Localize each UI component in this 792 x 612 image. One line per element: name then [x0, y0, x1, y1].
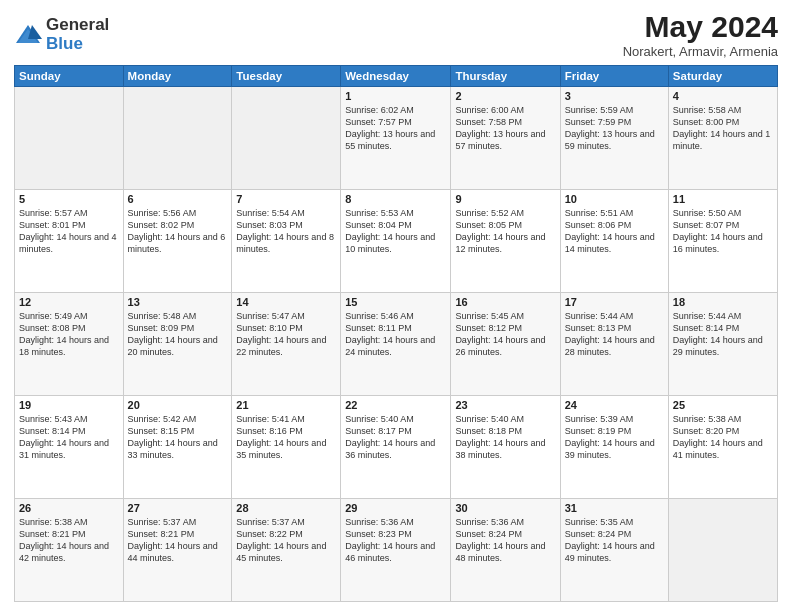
day-detail: Sunrise: 6:02 AM Sunset: 7:57 PM Dayligh… — [345, 104, 446, 153]
day-cell: 13Sunrise: 5:48 AM Sunset: 8:09 PM Dayli… — [123, 293, 232, 396]
page: General Blue May 2024 Norakert, Armavir,… — [0, 0, 792, 612]
day-detail: Sunrise: 5:51 AM Sunset: 8:06 PM Dayligh… — [565, 207, 664, 256]
day-number: 19 — [19, 399, 119, 411]
day-number: 6 — [128, 193, 228, 205]
day-detail: Sunrise: 5:44 AM Sunset: 8:14 PM Dayligh… — [673, 310, 773, 359]
col-saturday: Saturday — [668, 66, 777, 87]
day-detail: Sunrise: 5:49 AM Sunset: 8:08 PM Dayligh… — [19, 310, 119, 359]
day-number: 13 — [128, 296, 228, 308]
day-detail: Sunrise: 5:40 AM Sunset: 8:18 PM Dayligh… — [455, 413, 555, 462]
day-detail: Sunrise: 5:37 AM Sunset: 8:21 PM Dayligh… — [128, 516, 228, 565]
day-cell: 10Sunrise: 5:51 AM Sunset: 8:06 PM Dayli… — [560, 190, 668, 293]
day-cell: 18Sunrise: 5:44 AM Sunset: 8:14 PM Dayli… — [668, 293, 777, 396]
day-number: 12 — [19, 296, 119, 308]
day-cell: 27Sunrise: 5:37 AM Sunset: 8:21 PM Dayli… — [123, 499, 232, 602]
day-cell: 16Sunrise: 5:45 AM Sunset: 8:12 PM Dayli… — [451, 293, 560, 396]
day-detail: Sunrise: 6:00 AM Sunset: 7:58 PM Dayligh… — [455, 104, 555, 153]
day-number: 16 — [455, 296, 555, 308]
day-number: 15 — [345, 296, 446, 308]
day-cell: 30Sunrise: 5:36 AM Sunset: 8:24 PM Dayli… — [451, 499, 560, 602]
day-detail: Sunrise: 5:38 AM Sunset: 8:21 PM Dayligh… — [19, 516, 119, 565]
col-wednesday: Wednesday — [341, 66, 451, 87]
day-number: 25 — [673, 399, 773, 411]
day-cell: 4Sunrise: 5:58 AM Sunset: 8:00 PM Daylig… — [668, 87, 777, 190]
day-detail: Sunrise: 5:41 AM Sunset: 8:16 PM Dayligh… — [236, 413, 336, 462]
day-number: 23 — [455, 399, 555, 411]
day-detail: Sunrise: 5:40 AM Sunset: 8:17 PM Dayligh… — [345, 413, 446, 462]
col-friday: Friday — [560, 66, 668, 87]
day-number: 27 — [128, 502, 228, 514]
day-cell: 24Sunrise: 5:39 AM Sunset: 8:19 PM Dayli… — [560, 396, 668, 499]
col-thursday: Thursday — [451, 66, 560, 87]
day-cell: 3Sunrise: 5:59 AM Sunset: 7:59 PM Daylig… — [560, 87, 668, 190]
day-cell: 28Sunrise: 5:37 AM Sunset: 8:22 PM Dayli… — [232, 499, 341, 602]
day-cell: 26Sunrise: 5:38 AM Sunset: 8:21 PM Dayli… — [15, 499, 124, 602]
day-cell: 12Sunrise: 5:49 AM Sunset: 8:08 PM Dayli… — [15, 293, 124, 396]
day-number: 1 — [345, 90, 446, 102]
day-cell: 5Sunrise: 5:57 AM Sunset: 8:01 PM Daylig… — [15, 190, 124, 293]
day-detail: Sunrise: 5:47 AM Sunset: 8:10 PM Dayligh… — [236, 310, 336, 359]
week-row-3: 19Sunrise: 5:43 AM Sunset: 8:14 PM Dayli… — [15, 396, 778, 499]
day-cell: 22Sunrise: 5:40 AM Sunset: 8:17 PM Dayli… — [341, 396, 451, 499]
day-cell: 20Sunrise: 5:42 AM Sunset: 8:15 PM Dayli… — [123, 396, 232, 499]
day-detail: Sunrise: 5:42 AM Sunset: 8:15 PM Dayligh… — [128, 413, 228, 462]
day-number: 2 — [455, 90, 555, 102]
day-number: 26 — [19, 502, 119, 514]
day-cell: 8Sunrise: 5:53 AM Sunset: 8:04 PM Daylig… — [341, 190, 451, 293]
logo-icon — [14, 21, 42, 49]
week-row-2: 12Sunrise: 5:49 AM Sunset: 8:08 PM Dayli… — [15, 293, 778, 396]
day-detail: Sunrise: 5:35 AM Sunset: 8:24 PM Dayligh… — [565, 516, 664, 565]
day-number: 31 — [565, 502, 664, 514]
header-row: Sunday Monday Tuesday Wednesday Thursday… — [15, 66, 778, 87]
day-number: 18 — [673, 296, 773, 308]
day-detail: Sunrise: 5:38 AM Sunset: 8:20 PM Dayligh… — [673, 413, 773, 462]
day-number: 7 — [236, 193, 336, 205]
day-number: 9 — [455, 193, 555, 205]
col-tuesday: Tuesday — [232, 66, 341, 87]
day-number: 29 — [345, 502, 446, 514]
day-detail: Sunrise: 5:59 AM Sunset: 7:59 PM Dayligh… — [565, 104, 664, 153]
day-cell: 6Sunrise: 5:56 AM Sunset: 8:02 PM Daylig… — [123, 190, 232, 293]
day-cell — [232, 87, 341, 190]
day-cell: 21Sunrise: 5:41 AM Sunset: 8:16 PM Dayli… — [232, 396, 341, 499]
day-cell — [15, 87, 124, 190]
day-detail: Sunrise: 5:44 AM Sunset: 8:13 PM Dayligh… — [565, 310, 664, 359]
day-detail: Sunrise: 5:58 AM Sunset: 8:00 PM Dayligh… — [673, 104, 773, 153]
day-number: 8 — [345, 193, 446, 205]
logo-text: General Blue — [46, 16, 109, 53]
day-detail: Sunrise: 5:37 AM Sunset: 8:22 PM Dayligh… — [236, 516, 336, 565]
day-cell: 11Sunrise: 5:50 AM Sunset: 8:07 PM Dayli… — [668, 190, 777, 293]
day-cell: 29Sunrise: 5:36 AM Sunset: 8:23 PM Dayli… — [341, 499, 451, 602]
day-number: 20 — [128, 399, 228, 411]
location: Norakert, Armavir, Armenia — [623, 44, 778, 59]
day-detail: Sunrise: 5:50 AM Sunset: 8:07 PM Dayligh… — [673, 207, 773, 256]
svg-marker-2 — [28, 25, 42, 39]
day-cell: 9Sunrise: 5:52 AM Sunset: 8:05 PM Daylig… — [451, 190, 560, 293]
day-number: 24 — [565, 399, 664, 411]
logo-general: General — [46, 16, 109, 35]
day-number: 4 — [673, 90, 773, 102]
day-detail: Sunrise: 5:36 AM Sunset: 8:24 PM Dayligh… — [455, 516, 555, 565]
day-number: 22 — [345, 399, 446, 411]
day-cell: 2Sunrise: 6:00 AM Sunset: 7:58 PM Daylig… — [451, 87, 560, 190]
day-number: 30 — [455, 502, 555, 514]
day-number: 28 — [236, 502, 336, 514]
title-block: May 2024 Norakert, Armavir, Armenia — [623, 10, 778, 59]
col-monday: Monday — [123, 66, 232, 87]
logo: General Blue — [14, 16, 109, 53]
day-number: 21 — [236, 399, 336, 411]
day-cell: 17Sunrise: 5:44 AM Sunset: 8:13 PM Dayli… — [560, 293, 668, 396]
week-row-1: 5Sunrise: 5:57 AM Sunset: 8:01 PM Daylig… — [15, 190, 778, 293]
day-cell: 19Sunrise: 5:43 AM Sunset: 8:14 PM Dayli… — [15, 396, 124, 499]
week-row-4: 26Sunrise: 5:38 AM Sunset: 8:21 PM Dayli… — [15, 499, 778, 602]
day-detail: Sunrise: 5:54 AM Sunset: 8:03 PM Dayligh… — [236, 207, 336, 256]
day-number: 14 — [236, 296, 336, 308]
week-row-0: 1Sunrise: 6:02 AM Sunset: 7:57 PM Daylig… — [15, 87, 778, 190]
day-number: 3 — [565, 90, 664, 102]
day-detail: Sunrise: 5:52 AM Sunset: 8:05 PM Dayligh… — [455, 207, 555, 256]
day-number: 5 — [19, 193, 119, 205]
day-cell: 23Sunrise: 5:40 AM Sunset: 8:18 PM Dayli… — [451, 396, 560, 499]
day-detail: Sunrise: 5:53 AM Sunset: 8:04 PM Dayligh… — [345, 207, 446, 256]
day-cell: 31Sunrise: 5:35 AM Sunset: 8:24 PM Dayli… — [560, 499, 668, 602]
day-detail: Sunrise: 5:57 AM Sunset: 8:01 PM Dayligh… — [19, 207, 119, 256]
